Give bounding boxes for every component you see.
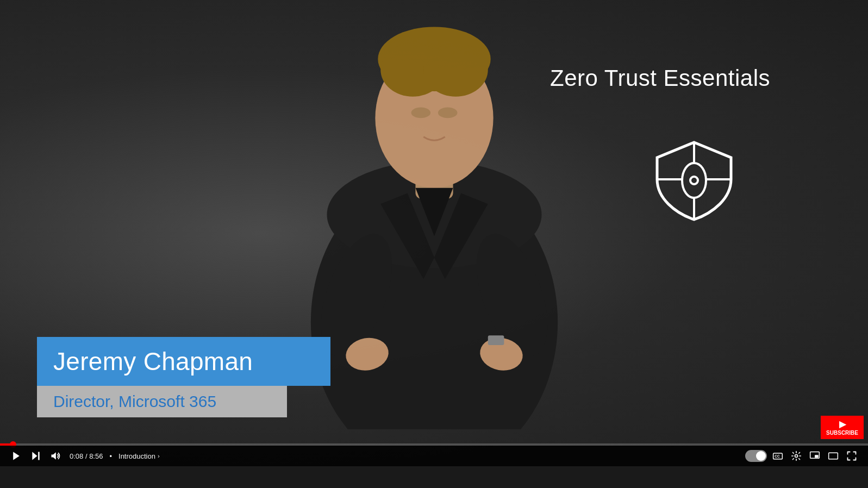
video-title-overlay: Zero Trust Essentials [550,65,770,91]
settings-button[interactable] [789,448,804,464]
chapter-info[interactable]: Introduction › [118,452,160,460]
subscribe-badge[interactable]: ▶ SUBSCRIBE [821,416,864,439]
shield-icon [651,136,738,223]
svg-rect-28 [815,455,819,458]
chapter-label: Introduction [118,452,155,460]
subscribe-label: SUBSCRIBE [826,430,858,436]
svg-point-13 [438,108,457,118]
play-button[interactable] [9,448,24,464]
svg-marker-21 [32,452,37,460]
autoplay-toggle[interactable] [745,450,767,462]
time-display: 0:08 / 8:56 [70,452,103,460]
youtube-icon: ▶ [839,419,846,429]
theater-mode-button[interactable] [826,448,841,464]
svg-point-15 [690,177,698,184]
svg-point-26 [795,455,798,458]
chapter-chevron: › [158,453,160,459]
controls-bar: 0:08 / 8:56 • Introduction › CC [0,446,868,466]
volume-button[interactable] [48,448,63,464]
video-player[interactable]: Zero Trust Essentials Jeremy Chapman Dir… [0,0,868,466]
cc-button[interactable]: CC [770,448,785,464]
fullscreen-button[interactable] [844,448,859,464]
separator: • [109,452,112,460]
svg-point-14 [682,163,706,198]
svg-marker-23 [52,452,56,459]
presenter-name: Jeremy Chapman [37,337,330,386]
svg-point-6 [423,43,488,97]
svg-text:CC: CC [775,454,780,458]
svg-rect-22 [38,452,40,460]
svg-marker-20 [13,452,20,460]
next-button[interactable] [28,448,43,464]
svg-point-12 [411,108,430,118]
presenter-nameplate: Jeremy Chapman Director, Microsoft 365 [37,337,330,417]
right-controls: CC [745,448,859,464]
svg-rect-11 [488,335,504,345]
miniplayer-button[interactable] [807,448,822,464]
presenter-title: Director, Microsoft 365 [37,386,287,417]
